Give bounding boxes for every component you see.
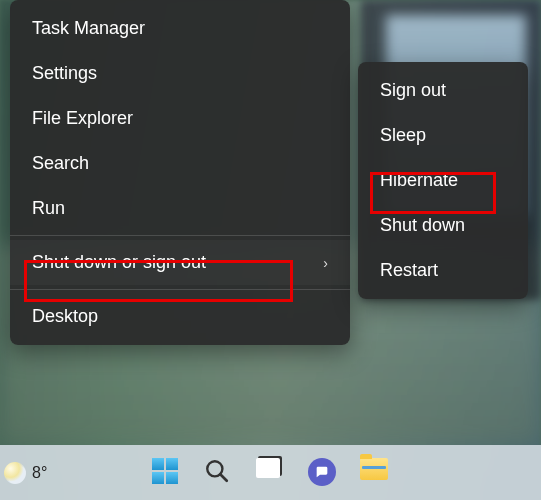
weather-icon <box>4 462 26 484</box>
file-explorer-icon <box>360 458 388 480</box>
menu-item-run[interactable]: Run <box>10 186 350 231</box>
submenu-item-sleep[interactable]: Sleep <box>358 113 528 158</box>
power-user-context-menu: Task Manager Settings File Explorer Sear… <box>10 0 350 345</box>
search-icon <box>204 458 230 484</box>
start-button[interactable] <box>152 458 182 488</box>
menu-item-label: Task Manager <box>32 18 145 39</box>
submenu-item-sign-out[interactable]: Sign out <box>358 68 528 113</box>
taskbar-task-view-button[interactable] <box>256 458 286 488</box>
task-view-icon <box>256 458 280 478</box>
taskbar-chat-button[interactable] <box>308 458 338 488</box>
menu-item-label: Search <box>32 153 89 174</box>
submenu-item-hibernate[interactable]: Hibernate <box>358 158 528 203</box>
menu-item-label: Shut down <box>380 215 465 236</box>
menu-item-label: Hibernate <box>380 170 458 191</box>
submenu-item-shut-down[interactable]: Shut down <box>358 203 528 248</box>
chevron-right-icon: › <box>323 255 328 271</box>
menu-item-label: Shut down or sign out <box>32 252 206 273</box>
taskbar-weather-widget[interactable]: 8° <box>4 462 47 484</box>
windows-logo-icon <box>152 458 178 484</box>
menu-item-label: Sleep <box>380 125 426 146</box>
menu-item-settings[interactable]: Settings <box>10 51 350 96</box>
menu-item-label: Sign out <box>380 80 446 101</box>
submenu-item-restart[interactable]: Restart <box>358 248 528 293</box>
taskbar: 8° <box>0 445 541 500</box>
menu-item-task-manager[interactable]: Task Manager <box>10 6 350 51</box>
menu-item-label: Settings <box>32 63 97 84</box>
menu-separator <box>10 235 350 236</box>
menu-item-label: Restart <box>380 260 438 281</box>
menu-item-label: Run <box>32 198 65 219</box>
menu-item-desktop[interactable]: Desktop <box>10 294 350 339</box>
menu-separator <box>10 289 350 290</box>
chat-icon <box>308 458 336 486</box>
menu-item-label: Desktop <box>32 306 98 327</box>
menu-item-shutdown-or-signout[interactable]: Shut down or sign out › <box>10 240 350 285</box>
menu-item-label: File Explorer <box>32 108 133 129</box>
taskbar-file-explorer-button[interactable] <box>360 458 390 488</box>
svg-line-1 <box>220 474 227 481</box>
taskbar-search-button[interactable] <box>204 458 234 488</box>
menu-item-search[interactable]: Search <box>10 141 350 186</box>
shutdown-submenu: Sign out Sleep Hibernate Shut down Resta… <box>358 62 528 299</box>
menu-item-file-explorer[interactable]: File Explorer <box>10 96 350 141</box>
weather-temperature: 8° <box>32 464 47 482</box>
